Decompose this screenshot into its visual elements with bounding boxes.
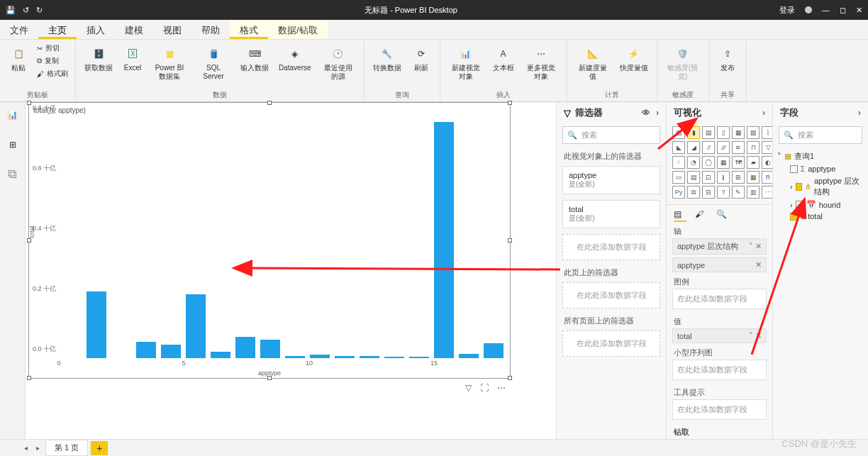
viz-clustered-column-icon[interactable]: ▯ [717, 126, 730, 139]
viz-py-icon[interactable]: Py [672, 186, 685, 199]
viz-kpi-icon[interactable]: ⊡ [702, 171, 715, 184]
more-visuals-button[interactable]: ⋯更多视觉对象 [520, 43, 562, 82]
model-view-icon[interactable]: ⿻ [4, 166, 21, 183]
viz-table-icon[interactable]: ⊞ [732, 171, 745, 184]
text-box-button[interactable]: A文本框 [489, 43, 518, 74]
viz-waterfall-icon[interactable]: ⊓ [747, 141, 760, 154]
prev-page-icon[interactable]: ◂ [21, 444, 30, 452]
viz-treemap-icon[interactable]: ▦ [717, 156, 730, 169]
tab-view[interactable]: 视图 [153, 20, 191, 39]
cut-button[interactable]: ✂ 剪切 [34, 43, 71, 54]
viz-ribbon-icon[interactable]: ≋ [732, 141, 745, 154]
chart-visual[interactable]: total(按 apptype) 0.0 十亿 0.2 十亿 0.4 十亿 0.… [28, 102, 511, 379]
data-view-icon[interactable]: ⊞ [4, 136, 21, 153]
next-page-icon[interactable]: ▸ [33, 444, 43, 452]
collapse-icon[interactable]: › [656, 108, 659, 118]
quick-measure-button[interactable]: ⚡快度量值 [616, 43, 652, 74]
viz-smart-narrative-icon[interactable]: ✎ [732, 186, 745, 199]
tooltip-drop[interactable]: 在此处添加数据字段 [672, 399, 767, 420]
new-visual-button[interactable]: 📊新建视觉对象 [445, 43, 487, 82]
filter-drop-all[interactable]: 在此处添加数据字段 [562, 330, 660, 357]
format-painter-button[interactable]: 🖌 格式刷 [34, 68, 71, 79]
viz-line-icon[interactable]: ⦚ [762, 126, 772, 139]
viz-gauge-icon[interactable]: ◐ [762, 156, 772, 169]
viz-more-icon[interactable]: ⋯ [762, 186, 772, 199]
tab-help[interactable]: 帮助 [191, 20, 230, 39]
save-icon[interactable]: 💾 [6, 6, 16, 15]
viz-100-bar-icon[interactable]: ▦ [732, 126, 745, 139]
excel-button[interactable]: 🅇Excel [118, 43, 147, 74]
viz-decomp-icon[interactable]: ⊟ [702, 186, 715, 199]
viz-paginated-icon[interactable]: ▥ [747, 186, 760, 199]
filter-card-total[interactable]: total是(全部) [562, 200, 660, 228]
smallmult-drop[interactable]: 在此处添加数据字段 [672, 360, 767, 380]
publish-button[interactable]: ⇪发布 [713, 43, 742, 74]
copy-button[interactable]: ⧉ 复制 [34, 55, 71, 67]
viz-card-icon[interactable]: ▭ [672, 171, 685, 184]
eye-icon[interactable]: 👁 [642, 108, 650, 118]
field-apptype-hierarchy[interactable]: › ⋔ apptype 层次结构 [777, 174, 864, 199]
tab-file[interactable]: 文件 [0, 20, 38, 39]
field-total[interactable]: Σ total [777, 211, 864, 222]
viz-stacked-column-icon[interactable]: ▮ [687, 126, 700, 139]
viz-key-influencers-icon[interactable]: ⧉ [687, 186, 700, 199]
add-page-button[interactable]: + [91, 441, 108, 455]
avatar-icon[interactable] [805, 6, 812, 13]
legend-drop[interactable]: 在此处添加数据字段 [672, 289, 767, 309]
viz-pie-icon[interactable]: ◔ [687, 156, 700, 169]
viz-clustered-bar-icon[interactable]: ▤ [702, 126, 715, 139]
tab-home[interactable]: 主页 [38, 20, 77, 39]
viz-stacked-area-icon[interactable]: ◢ [687, 141, 700, 154]
pbi-dataset-button[interactable]: ▦Power BI 数据集 [148, 43, 191, 82]
refresh-button[interactable]: ⟳刷新 [407, 43, 435, 74]
fields-collapse-icon[interactable]: › [858, 108, 861, 118]
fields-tab-icon[interactable]: ▤ [674, 209, 686, 222]
viz-line-column-icon[interactable]: ⫽ [702, 141, 715, 154]
viz-r-icon[interactable]: R [762, 171, 772, 184]
viz-qa-icon[interactable]: ? [717, 186, 730, 199]
tab-model[interactable]: 建模 [115, 20, 153, 39]
filter-search-input[interactable]: 🔍 搜索 [562, 126, 660, 144]
tab-format[interactable]: 格式 [230, 20, 268, 39]
viz-funnel-icon[interactable]: ▽ [762, 141, 772, 154]
viz-line-clustered-icon[interactable]: ⫻ [717, 141, 730, 154]
viz-scatter-icon[interactable]: ⁘ [672, 156, 685, 169]
axis-pill-apptype[interactable]: apptype✕ [672, 257, 767, 272]
filter-drop-visual[interactable]: 在此处添加数据字段 [562, 234, 660, 260]
report-view-icon[interactable]: 📊 [4, 106, 21, 123]
new-measure-button[interactable]: 📐新建度量值 [572, 43, 614, 82]
transform-data-button[interactable]: 🔧转换数据 [369, 43, 406, 74]
get-data-button[interactable]: 🗄️获取数据 [80, 43, 117, 74]
tab-insert[interactable]: 插入 [77, 20, 115, 39]
enter-data-button[interactable]: ⌨输入数据 [236, 43, 273, 74]
format-tab-icon[interactable]: 🖌 [695, 209, 708, 222]
field-hourid[interactable]: › 📅 hourid [777, 199, 864, 211]
report-canvas[interactable]: total(按 apptype) 0.0 十亿 0.2 十亿 0.4 十亿 0.… [26, 102, 556, 439]
values-pill-total[interactable]: total˅ ✕ [672, 328, 767, 343]
viz-donut-icon[interactable]: ◯ [702, 156, 715, 169]
undo-icon[interactable]: ↺ [23, 6, 29, 15]
fields-search-input[interactable]: 🔍 搜索 [779, 126, 862, 144]
minimize-icon[interactable]: — [822, 6, 830, 14]
axis-pill-hierarchy[interactable]: apptype 层次结构˅ ✕ [672, 238, 767, 255]
filter-card-apptype[interactable]: apptype是(全部) [562, 166, 660, 194]
viz-slicer-icon[interactable]: ⫿ [717, 171, 730, 184]
redo-icon[interactable]: ↻ [36, 6, 43, 15]
viz-area-icon[interactable]: ◣ [672, 141, 685, 154]
filter-drop-page[interactable]: 在此处添加数据字段 [562, 282, 660, 308]
analytics-tab-icon[interactable]: 🔍 [716, 209, 729, 222]
dataverse-button[interactable]: ◈Dataverse [274, 43, 316, 74]
viz-map-icon[interactable]: 🗺 [732, 156, 745, 169]
maximize-icon[interactable]: ◻ [840, 6, 846, 15]
tab-data-drill[interactable]: 数据/钻取 [268, 20, 328, 39]
sql-server-button[interactable]: 🛢️SQL Server [192, 43, 235, 82]
field-apptype[interactable]: Σ apptype [777, 163, 864, 174]
recent-sources-button[interactable]: 🕑最近使用的源 [317, 43, 360, 82]
viz-100-column-icon[interactable]: ▧ [747, 126, 760, 139]
viz-collapse-icon[interactable]: › [762, 108, 765, 118]
viz-filled-map-icon[interactable]: ▰ [747, 156, 760, 169]
viz-multirow-icon[interactable]: ▤ [687, 171, 700, 184]
paste-button[interactable]: 📋粘贴 [4, 43, 33, 74]
login-link[interactable]: 登录 [779, 5, 795, 16]
viz-stacked-bar-icon[interactable]: ▥ [672, 126, 685, 139]
